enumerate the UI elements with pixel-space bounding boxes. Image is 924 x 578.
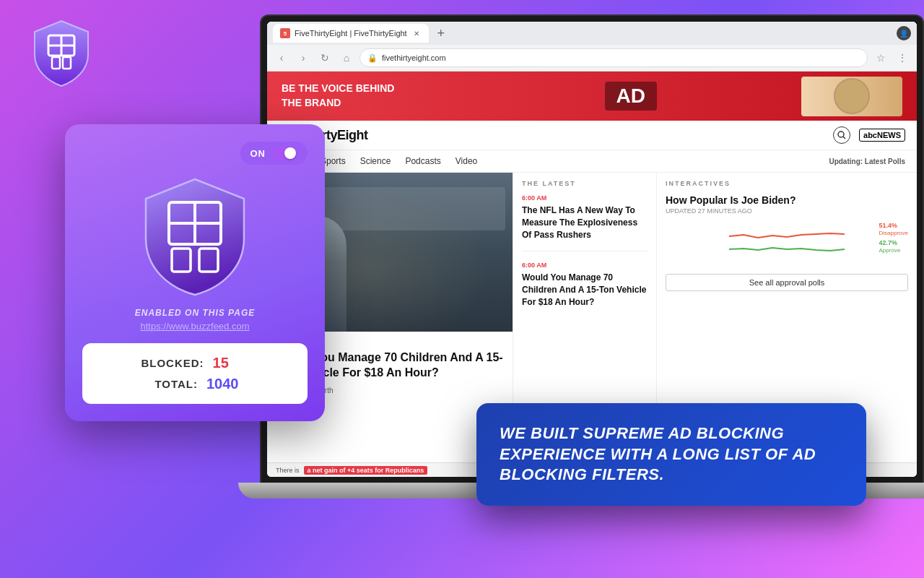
back-button[interactable]: ‹ [273,49,290,66]
address-url: fivethirtyeight.com [382,53,446,62]
popup-shield-container [82,173,308,296]
ad-badge: AD [605,82,657,111]
nav-right: Updating: Latest Polls [829,158,905,165]
see-all-polls-button[interactable]: See all approval polls [666,274,908,291]
total-label: TOTAL: [147,378,198,390]
browser-tabs: 5 FiveThirtyEight | FiveThirtyEight ✕ + … [267,22,917,45]
browser-account-icon[interactable]: 👤 [897,26,911,40]
extensions-button[interactable]: ⋮ [894,49,911,66]
tab-favicon: 5 [280,28,290,38]
approval-chart-svg [666,222,908,265]
ad-person-circle [834,78,870,114]
svg-point-5 [838,131,844,137]
approval-labels: 51.4% Disapprove 42.7% Approve [879,222,908,254]
toggle-switch [271,146,297,160]
approve-label: 42.7% Approve [879,239,908,254]
toggle-knob [284,147,296,159]
refresh-button[interactable]: ↻ [316,49,334,66]
popup-shield-icon [137,173,253,296]
promo-text: WE BUILT SUPREME AD BLOCKING EXPERIENCE … [500,423,843,486]
latest-section-title: THE LATEST [522,180,648,187]
nav-video[interactable]: Video [456,150,477,172]
total-stat-row: TOTAL: 1040 [100,376,290,392]
interactives-section-title: INTERACTIVES [666,180,908,187]
svg-line-6 [843,137,845,139]
latest-title-2: Would You Manage 70 Children And A 15-To… [522,272,648,308]
address-bar[interactable]: 🔒 fivethirtyeight.com [359,48,868,67]
bookmark-button[interactable]: ☆ [872,49,889,66]
latest-item-2[interactable]: 6:00 AM Would You Manage 70 Children And… [522,262,648,318]
nav-podcasts[interactable]: Podcasts [405,150,440,172]
site-header: FiveThirtyEight abcNEWS [267,121,917,150]
latest-title-1: The NFL Has A New Way To Measure The Exp… [522,204,648,241]
latest-time-2: 6:00 AM [522,262,648,269]
promo-box: WE BUILT SUPREME AD BLOCKING EXPERIENCE … [476,403,866,506]
ad-banner: BE THE VOICE BEHIND THE BRAND AD [267,72,917,121]
shield-logo-topleft [29,17,94,90]
ad-image-area [801,77,902,116]
abc-news-logo[interactable]: abcNEWS [859,129,905,142]
tab-title: FiveThirtyEight | FiveThirtyEight [295,29,407,38]
browser-toolbar: ‹ › ↻ ⌂ 🔒 fivethirtyeight.com ☆ ⋮ [267,45,917,71]
blocked-value: 15 [213,355,249,371]
interactive-item-biden: How Popular Is Joe Biden? UPDATED 27 MIN… [666,194,908,291]
new-tab-button[interactable]: + [432,24,450,43]
blocked-label: BLOCKED: [141,357,204,369]
ad-banner-right [801,77,902,116]
interactive-updated: UPDATED 27 MINUTES AGO [666,207,908,215]
latest-item-1[interactable]: 6:00 AM The NFL Has A New Way To Measure… [522,194,648,251]
header-right: abcNEWS [833,126,905,144]
ad-text: BE THE VOICE BEHIND THE BRAND [282,82,394,110]
ssl-lock-icon: 🔒 [367,53,378,63]
popup-url[interactable]: https://www.buzzfeed.com [82,321,308,332]
tab-close-button[interactable]: ✕ [411,28,422,38]
toggle-button[interactable]: ON [240,142,308,165]
latest-time-1: 6:00 AM [522,194,648,202]
toggle-label: ON [250,148,266,159]
toggle-row: ON [82,142,308,165]
popup-enabled-text: ENABLED ON THIS PAGE [82,308,308,318]
nav-science[interactable]: Science [360,150,391,172]
home-button[interactable]: ⌂ [338,49,355,66]
site-nav: Politics Sports Science Podcasts Video U… [267,150,917,173]
search-icon[interactable] [833,126,850,144]
disapprove-label: 51.4% Disapprove [879,222,908,236]
net-gain-badge: a net gain of +4 seats for Republicans [304,466,428,475]
browser-tab-active[interactable]: 5 FiveThirtyEight | FiveThirtyEight ✕ [273,24,429,43]
total-value: 1040 [206,376,243,392]
browser-chrome: 5 FiveThirtyEight | FiveThirtyEight ✕ + … [267,22,917,72]
popup-stats: BLOCKED: 15 TOTAL: 1040 [82,343,308,404]
approval-chart-container: 51.4% Disapprove 42.7% Approve [666,222,908,268]
forward-button[interactable]: › [295,49,312,66]
interactive-title[interactable]: How Popular Is Joe Biden? [666,194,908,206]
extension-popup: ON ENABLED ON THIS PAGE https://ww [65,124,325,421]
blocked-stat-row: BLOCKED: 15 [100,355,290,371]
